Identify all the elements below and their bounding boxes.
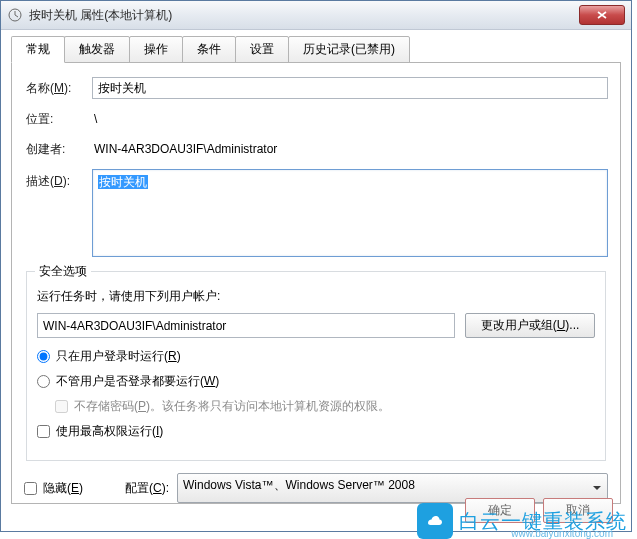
no-store-pwd-label: 不存储密码(P)。该任务将只有访问本地计算机资源的权限。 <box>74 398 390 415</box>
highest-priv-label: 使用最高权限运行(I) <box>56 423 163 440</box>
tab-strip: 常规 触发器 操作 条件 设置 历史记录(已禁用) <box>11 36 621 63</box>
highest-priv-checkbox[interactable] <box>37 425 50 438</box>
config-value: Windows Vista™、Windows Server™ 2008 <box>183 478 415 492</box>
creator-value: WIN-4AR3DOAU3IF\Administrator <box>92 139 277 159</box>
hidden-label: 隐藏(E) <box>43 480 83 497</box>
tab-panel-general: 名称(M): 位置: \ 创建者: WIN-4AR3DOAU3IF\Admini… <box>11 62 621 504</box>
ok-button[interactable]: 确定 <box>465 498 535 523</box>
tab-actions[interactable]: 操作 <box>129 36 183 63</box>
radio-any-label: 不管用户是否登录都要运行(W) <box>56 373 219 390</box>
window-title: 按时关机 属性(本地计算机) <box>29 7 579 24</box>
radio-any[interactable] <box>37 375 50 388</box>
tab-triggers[interactable]: 触发器 <box>64 36 130 63</box>
tab-history[interactable]: 历史记录(已禁用) <box>288 36 410 63</box>
radio-logged-on-row[interactable]: 只在用户登录时运行(R) <box>37 348 595 365</box>
clock-icon <box>7 7 23 23</box>
radio-logged-on-label: 只在用户登录时运行(R) <box>56 348 181 365</box>
tab-conditions[interactable]: 条件 <box>182 36 236 63</box>
change-user-button[interactable]: 更改用户或组(U)... <box>465 313 595 338</box>
hidden-row[interactable]: 隐藏(E) <box>24 480 83 497</box>
location-value: \ <box>92 109 97 129</box>
description-input[interactable]: 按时关机 <box>92 169 608 257</box>
watermark-url: www.baiyunxitong.com <box>511 528 613 539</box>
security-legend: 安全选项 <box>35 263 91 280</box>
name-label: 名称(M): <box>24 80 92 97</box>
account-field <box>37 313 455 338</box>
tab-settings[interactable]: 设置 <box>235 36 289 63</box>
chevron-down-icon <box>593 486 601 490</box>
titlebar: 按时关机 属性(本地计算机) <box>1 1 631 30</box>
location-label: 位置: <box>24 111 92 128</box>
security-options-group: 安全选项 运行任务时，请使用下列用户帐户: 更改用户或组(U)... 只在用户登… <box>26 271 606 461</box>
no-store-pwd-row: 不存储密码(P)。该任务将只有访问本地计算机资源的权限。 <box>55 398 595 415</box>
security-prompt: 运行任务时，请使用下列用户帐户: <box>37 288 595 305</box>
name-input[interactable] <box>92 77 608 99</box>
radio-logged-on[interactable] <box>37 350 50 363</box>
highest-priv-row[interactable]: 使用最高权限运行(I) <box>37 423 595 440</box>
creator-label: 创建者: <box>24 141 92 158</box>
radio-any-row[interactable]: 不管用户是否登录都要运行(W) <box>37 373 595 390</box>
close-icon <box>597 11 607 19</box>
cancel-button[interactable]: 取消 <box>543 498 613 523</box>
close-button[interactable] <box>579 5 625 25</box>
description-label: 描述(D): <box>24 169 92 190</box>
hidden-checkbox[interactable] <box>24 482 37 495</box>
config-label: 配置(C): <box>125 480 169 497</box>
tab-general[interactable]: 常规 <box>11 36 65 63</box>
no-store-pwd-checkbox <box>55 400 68 413</box>
